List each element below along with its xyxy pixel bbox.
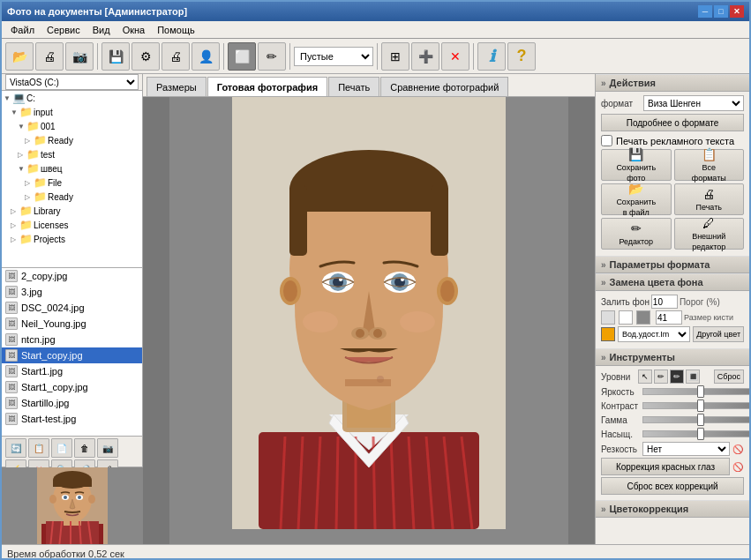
tree-item-library[interactable]: ▷ 📁 Library: [2, 204, 142, 218]
tab-sizes[interactable]: Размеры: [146, 77, 207, 96]
tree-item-ready[interactable]: ▷ 📁 Ready: [2, 133, 142, 147]
drive-select[interactable]: VistaOS (C:): [5, 74, 139, 90]
levels-btn-1[interactable]: ↖: [638, 370, 652, 384]
all-formats-btn[interactable]: 📋 Все форматы: [674, 149, 745, 181]
tb-grid-btn[interactable]: ⊞: [381, 42, 409, 71]
tb-save-btn[interactable]: 💾: [101, 42, 130, 71]
svg-line-24: [336, 437, 338, 529]
file-item-6[interactable]: 🖼 Start1.jpg: [2, 363, 142, 379]
template-dropdown[interactable]: ПустыеШаблон 1Шаблон 2: [294, 47, 373, 66]
maximize-button[interactable]: □: [714, 5, 728, 18]
title-bar: Фото на документы [Администратор] ─ □ ✕: [2, 2, 749, 21]
tb-open-btn[interactable]: 📂: [5, 42, 34, 71]
tree-item-input[interactable]: ▼ 📁 input: [2, 105, 142, 119]
file-item-8[interactable]: 🖼 Startillo.jpg: [2, 395, 142, 411]
folder-icon-ready: 📁: [34, 134, 46, 146]
tab-print[interactable]: Печать: [328, 77, 379, 96]
fill-value-input[interactable]: [651, 295, 678, 309]
red-eye-btn[interactable]: Коррекция красных глаз: [601, 458, 730, 475]
menu-service[interactable]: Сервис: [41, 23, 86, 37]
tree-item-projects[interactable]: ▷ 📁 Projects: [2, 232, 142, 246]
mini-btn-2[interactable]: 📄: [51, 438, 72, 458]
tb-rect-btn[interactable]: ⬜: [228, 42, 256, 71]
save-photo-btn[interactable]: 💾 Сохранить фото: [601, 149, 672, 181]
tb-help-btn[interactable]: ?: [507, 42, 536, 71]
title-bar-buttons: ─ □ ✕: [698, 5, 744, 18]
ext-editor-btn[interactable]: 🖊 Внешний редактор: [674, 218, 745, 250]
color-swatch[interactable]: [601, 327, 615, 341]
format-params-header: Параметры формата: [596, 256, 749, 273]
levels-btn-3[interactable]: ✏: [670, 370, 684, 384]
file-item-5[interactable]: 🖼 Start_copy.jpg: [2, 347, 142, 363]
levels-btn-4[interactable]: 🔳: [686, 370, 700, 384]
file-item-1[interactable]: 🖼 3.jpg: [2, 284, 142, 300]
sharpness-select[interactable]: НетСлабаяСредняяСильная: [642, 442, 730, 456]
editor-btn[interactable]: ✏ Редактор: [601, 218, 672, 250]
red-eye-clear[interactable]: 🚫: [732, 460, 744, 473]
folder-icon-001: 📁: [26, 120, 39, 132]
tab-compare[interactable]: Сравнение фотографий: [380, 77, 508, 96]
tab-ready-photo[interactable]: Готовая фотография: [207, 77, 327, 96]
file-item-7[interactable]: 🖼 Start1_copy.jpg: [2, 379, 142, 395]
reset-btn[interactable]: Сброс: [714, 370, 744, 384]
detail-format-btn[interactable]: Подробнее о формате: [601, 114, 744, 131]
file-item-2[interactable]: 🖼 DSC_0024.jpg: [2, 300, 142, 316]
sharpness-clear[interactable]: 🚫: [732, 443, 744, 455]
file-item-4[interactable]: 🖼 ntcn.jpg: [2, 332, 142, 347]
save-photo-icon: 💾: [628, 147, 643, 161]
contrast-slider[interactable]: [642, 402, 749, 409]
brightness-slider[interactable]: [642, 388, 749, 395]
tree-item-001[interactable]: ▼ 📁 001: [2, 119, 142, 133]
tb-camera-btn[interactable]: 📷: [65, 42, 94, 71]
tb-print-btn[interactable]: 🖨: [161, 42, 190, 71]
tree-item-test[interactable]: ▷ 📁 test: [2, 147, 142, 161]
tb-settings-btn[interactable]: ⚙: [131, 42, 160, 71]
folder-icon-ready2: 📁: [34, 190, 46, 203]
mini-btn-0[interactable]: 🔄: [5, 438, 26, 458]
file-thumb-1: 🖼: [5, 286, 18, 298]
file-item-0[interactable]: 🖼 2_copy.jpg: [2, 268, 142, 284]
reset-all-btn[interactable]: Сброс всех коррекций: [601, 477, 744, 495]
brush-size-input[interactable]: [656, 310, 682, 325]
print-ad-checkbox[interactable]: [601, 135, 612, 146]
menu-file[interactable]: Файл: [5, 23, 40, 37]
tree-arrow-test: ▷: [18, 151, 26, 159]
mini-btn-4[interactable]: 📷: [97, 438, 118, 458]
file-thumb-9: 🖼: [5, 413, 18, 425]
color-box1: [601, 310, 615, 325]
tree-item-ready2[interactable]: ▷ 📁 Ready: [2, 190, 142, 204]
red-eye-row: Коррекция красных глаз 🚫: [601, 458, 744, 475]
file-thumb-6: 🖼: [5, 365, 18, 377]
menu-view[interactable]: Вид: [87, 23, 116, 37]
color-select[interactable]: Вод.удост.Im: [618, 326, 690, 342]
tree-item-c[interactable]: ▼ 💻 C:: [2, 91, 142, 105]
mini-btn-1[interactable]: 📋: [28, 438, 49, 458]
file-item-3[interactable]: 🖼 Neil_Young.jpg: [2, 316, 142, 332]
tree-item-file[interactable]: ▷ 📁 File: [2, 175, 142, 190]
tree-item-licenses[interactable]: ▷ 📁 Licenses: [2, 218, 142, 232]
format-select[interactable]: Виза Шенген3x44x6Паспорт РФ: [643, 95, 744, 111]
save-file-btn[interactable]: 📂 Сохранить в файл: [601, 183, 672, 215]
tb-person-btn[interactable]: 👤: [192, 42, 220, 71]
menu-help[interactable]: Помощь: [152, 23, 200, 37]
tb-info-btn[interactable]: ℹ: [477, 42, 506, 71]
mini-btn-3[interactable]: 🗑: [74, 438, 95, 458]
mini-toolbar: 🔄 📋 📄 🗑 📷 ⚡ ✕ 🔍 🔎 🖊: [2, 436, 142, 467]
minimize-button[interactable]: ─: [698, 5, 712, 18]
tb-add-btn[interactable]: ➕: [411, 42, 439, 71]
tree-arrow-file: ▷: [25, 179, 34, 187]
gamma-slider[interactable]: [642, 416, 749, 423]
other-color-btn[interactable]: Другой цвет: [693, 326, 744, 342]
file-item-9[interactable]: 🖼 Start-test.jpg: [2, 411, 142, 427]
tree-arrow-ready2: ▷: [25, 193, 34, 201]
saturation-slider[interactable]: [642, 430, 749, 437]
menu-windows[interactable]: Окна: [117, 23, 151, 37]
tb-edit-btn[interactable]: ✏: [258, 42, 286, 71]
bg-section-content: Залить фон Порог (%) Размер кисти Вод.уд…: [596, 291, 749, 348]
levels-btn-2[interactable]: ✏: [654, 370, 668, 384]
print-btn[interactable]: 🖨 Печать: [674, 183, 745, 215]
tb-del-btn[interactable]: ✕: [441, 42, 469, 71]
close-button[interactable]: ✕: [730, 5, 744, 18]
tree-item-shvets[interactable]: ▼ 📁 швец: [2, 161, 142, 175]
tb-scan-btn[interactable]: 🖨: [35, 42, 64, 71]
